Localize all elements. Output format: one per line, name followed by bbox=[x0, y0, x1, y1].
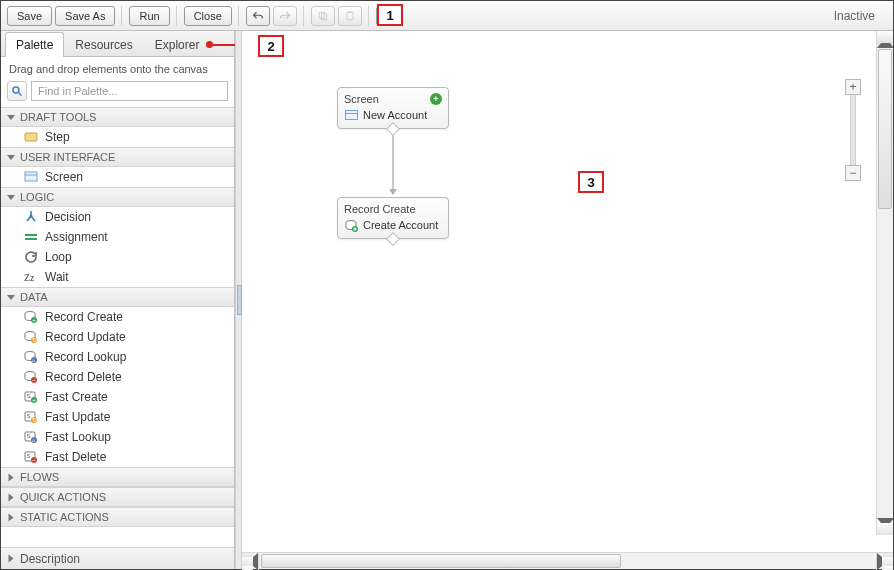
section-label: DRAFT TOOLS bbox=[20, 111, 96, 123]
close-button[interactable]: Close bbox=[184, 6, 232, 26]
section-user-interface[interactable]: USER INTERFACE bbox=[1, 147, 234, 167]
palette-item-step[interactable]: Step bbox=[1, 127, 234, 147]
node-title: Screen bbox=[344, 93, 379, 105]
copy-icon bbox=[317, 10, 329, 22]
decision-icon bbox=[23, 209, 39, 225]
section-draft-tools[interactable]: DRAFT TOOLS bbox=[1, 107, 234, 127]
save-button[interactable]: Save bbox=[7, 6, 52, 26]
zoom-slider[interactable] bbox=[850, 95, 856, 165]
scroll-left-button[interactable] bbox=[242, 553, 259, 570]
undo-icon bbox=[252, 10, 264, 22]
tab-resources[interactable]: Resources bbox=[64, 32, 143, 57]
svg-rect-11 bbox=[25, 238, 37, 240]
db-icon: + bbox=[23, 309, 39, 325]
palette-item-fast-delete[interactable]: S−Fast Delete bbox=[1, 447, 234, 467]
palette-item-fast-update[interactable]: S↻Fast Update bbox=[1, 407, 234, 427]
sidebar-palette: Palette Resources Explorer Drag and drop… bbox=[1, 31, 235, 569]
sidebar-splitter[interactable] bbox=[235, 31, 242, 569]
section-flows[interactable]: FLOWS bbox=[1, 467, 234, 487]
palette-item-screen[interactable]: Screen bbox=[1, 167, 234, 187]
copy-button[interactable] bbox=[311, 6, 335, 26]
section-label: LOGIC bbox=[20, 191, 54, 203]
redo-button[interactable] bbox=[273, 6, 297, 26]
tab-palette[interactable]: Palette bbox=[5, 32, 64, 57]
palette-item-record-lookup[interactable]: ⌕Record Lookup bbox=[1, 347, 234, 367]
item-label: Screen bbox=[45, 170, 83, 184]
zoom-in-button[interactable]: + bbox=[845, 79, 861, 95]
loop-icon bbox=[23, 249, 39, 265]
chevron-down-icon bbox=[7, 295, 15, 300]
palette-item-fast-lookup[interactable]: S⌕Fast Lookup bbox=[1, 427, 234, 447]
svg-line-5 bbox=[19, 93, 22, 96]
wait-icon: Zz bbox=[23, 269, 39, 285]
run-button[interactable]: Run bbox=[129, 6, 169, 26]
svg-text:↻: ↻ bbox=[32, 417, 37, 423]
flow-canvas[interactable]: 2 3 Screen + New Account bbox=[242, 31, 893, 552]
step-icon bbox=[23, 129, 39, 145]
section-data[interactable]: DATA bbox=[1, 287, 234, 307]
item-label: Step bbox=[45, 130, 70, 144]
horizontal-scrollbar[interactable] bbox=[242, 552, 893, 569]
palette-item-fast-create[interactable]: S+Fast Create bbox=[1, 387, 234, 407]
paste-icon bbox=[344, 10, 356, 22]
section-quick-actions[interactable]: QUICK ACTIONS bbox=[1, 487, 234, 507]
palette-search-input[interactable] bbox=[31, 81, 228, 101]
toolbar: Save Save As Run Close 1 Inactive bbox=[1, 1, 893, 31]
description-section[interactable]: Description bbox=[1, 547, 234, 569]
section-static-actions[interactable]: STATIC ACTIONS bbox=[1, 507, 234, 527]
svg-text:⌕: ⌕ bbox=[32, 357, 35, 363]
scroll-up-button[interactable] bbox=[877, 31, 893, 48]
palette-item-assignment[interactable]: Assignment bbox=[1, 227, 234, 247]
chevron-right-icon bbox=[9, 473, 14, 481]
item-label: Fast Delete bbox=[45, 450, 106, 464]
canvas-node-screen[interactable]: Screen + New Account bbox=[337, 87, 449, 129]
record-create-icon bbox=[344, 218, 358, 232]
chevron-down-icon bbox=[7, 155, 15, 160]
svg-rect-2 bbox=[347, 12, 353, 20]
paste-button[interactable] bbox=[338, 6, 362, 26]
undo-button[interactable] bbox=[246, 6, 270, 26]
scroll-right-button[interactable] bbox=[876, 553, 893, 570]
svg-rect-7 bbox=[25, 172, 37, 181]
connector-handle[interactable] bbox=[386, 232, 400, 246]
section-label: STATIC ACTIONS bbox=[20, 511, 109, 523]
db-icon: S+ bbox=[23, 389, 39, 405]
svg-text:S: S bbox=[27, 413, 31, 419]
node-subtitle: Create Account bbox=[363, 219, 438, 231]
palette-item-wait[interactable]: Zz Wait bbox=[1, 267, 234, 287]
svg-text:⌕: ⌕ bbox=[32, 437, 35, 443]
section-label: DATA bbox=[20, 291, 48, 303]
svg-text:+: + bbox=[32, 317, 36, 323]
section-logic[interactable]: LOGIC bbox=[1, 187, 234, 207]
scroll-down-button[interactable] bbox=[877, 518, 893, 535]
palette-item-decision[interactable]: Decision bbox=[1, 207, 234, 227]
palette-item-loop[interactable]: Loop bbox=[1, 247, 234, 267]
scroll-thumb[interactable] bbox=[261, 554, 621, 568]
search-button[interactable] bbox=[7, 81, 27, 101]
svg-text:−: − bbox=[32, 377, 36, 383]
triangle-right-icon bbox=[877, 553, 893, 570]
vertical-scrollbar[interactable] bbox=[876, 31, 893, 535]
canvas-node-record-create[interactable]: Record Create Create Account bbox=[337, 197, 449, 239]
db-icon: ⌕ bbox=[23, 349, 39, 365]
tab-explorer[interactable]: Explorer bbox=[144, 32, 211, 57]
palette-item-record-delete[interactable]: −Record Delete bbox=[1, 367, 234, 387]
zoom-out-button[interactable]: − bbox=[845, 165, 861, 181]
palette-item-record-update[interactable]: ↻Record Update bbox=[1, 327, 234, 347]
svg-point-4 bbox=[13, 87, 19, 93]
db-icon: − bbox=[23, 369, 39, 385]
svg-rect-3 bbox=[348, 11, 351, 13]
triangle-down-icon bbox=[877, 518, 893, 535]
item-label: Record Create bbox=[45, 310, 123, 324]
db-icon: S⌕ bbox=[23, 429, 39, 445]
scroll-thumb[interactable] bbox=[878, 49, 892, 209]
chevron-right-icon bbox=[9, 555, 14, 563]
section-label: USER INTERFACE bbox=[20, 151, 115, 163]
svg-rect-6 bbox=[25, 133, 37, 141]
redo-icon bbox=[279, 10, 291, 22]
search-icon bbox=[11, 85, 23, 97]
item-label: Fast Update bbox=[45, 410, 110, 424]
svg-rect-42 bbox=[345, 110, 357, 119]
save-as-button[interactable]: Save As bbox=[55, 6, 115, 26]
palette-item-record-create[interactable]: +Record Create bbox=[1, 307, 234, 327]
